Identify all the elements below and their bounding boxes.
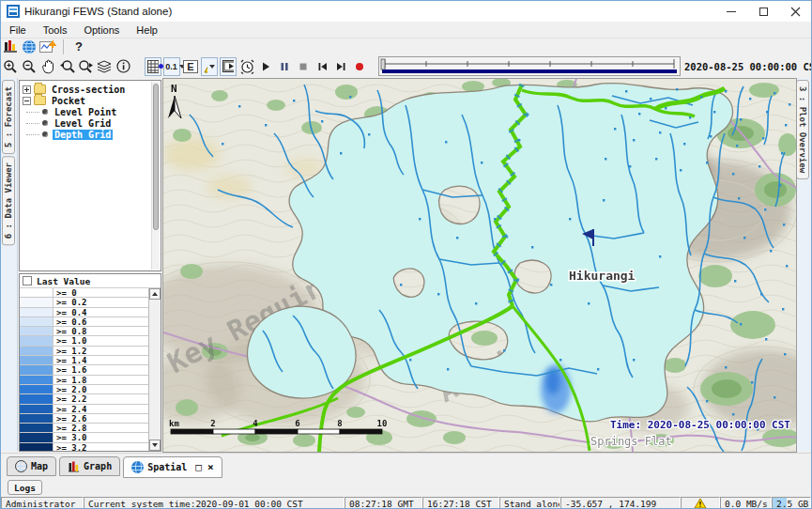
legend-row[interactable]: >= 2.0 <box>20 385 148 394</box>
legend-swatch <box>20 433 54 441</box>
legend-row[interactable]: >= 3.0 <box>20 433 148 442</box>
tree-connector <box>26 112 39 113</box>
contour-interval-dropdown[interactable]: 0.1 <box>163 57 180 76</box>
tree-scrollbar-thumb[interactable] <box>153 84 159 230</box>
pause-icon <box>279 61 290 72</box>
animation-dialog-button[interactable] <box>220 57 237 76</box>
legend-row-label: >= 2.0 <box>54 385 148 393</box>
collapse-icon[interactable] <box>23 97 31 105</box>
legend-row[interactable]: >= 2.8 <box>20 424 148 433</box>
close-button[interactable] <box>779 1 811 22</box>
timeseries-dialog-button[interactable] <box>39 38 56 56</box>
tree-node-label[interactable]: Pocket <box>50 96 87 106</box>
menu-tools[interactable]: Tools <box>35 24 76 36</box>
pan-button[interactable] <box>39 57 56 76</box>
map-display-button[interactable] <box>21 38 38 56</box>
help-button[interactable]: ? <box>70 38 87 56</box>
tree-node-label-selected[interactable]: Depth Grid <box>53 130 113 140</box>
scroll-up-button[interactable] <box>149 288 161 300</box>
play-button[interactable] <box>257 57 274 76</box>
legend-row[interactable]: >= 3.2 <box>20 443 148 451</box>
zoom-in-button[interactable] <box>2 57 19 76</box>
tab-forecast[interactable]: 5 : Forecast <box>2 80 15 154</box>
tree-node-pocket[interactable]: Pocket <box>23 95 161 106</box>
skip-end-icon <box>335 61 347 72</box>
time-settings-button[interactable] <box>238 57 255 76</box>
legend-row[interactable]: >= 1.6 <box>20 365 148 375</box>
stop-icon <box>298 61 309 72</box>
pause-button[interactable] <box>276 57 293 76</box>
legend-swatch <box>20 327 54 335</box>
stop-button[interactable] <box>295 57 312 76</box>
legend-row-label: >= 1.0 <box>54 336 148 345</box>
menu-help[interactable]: Help <box>128 24 166 36</box>
status-memory-usage: 2.5 GB <box>772 497 811 509</box>
legend-row[interactable]: >= 0.2 <box>20 298 148 307</box>
tab-map[interactable]: Map <box>7 456 56 476</box>
record-button[interactable] <box>351 57 368 76</box>
restore-pane-icon[interactable]: □ <box>195 461 202 473</box>
legend-swatch <box>20 308 54 316</box>
layers-button[interactable] <box>96 57 113 76</box>
legend-row-label: >= 1.6 <box>54 365 148 374</box>
tree-scrollbar[interactable] <box>151 82 160 270</box>
zoom-next-button[interactable] <box>77 57 94 76</box>
tree-node-cross-section[interactable]: Cross-section <box>23 84 161 95</box>
legend-row[interactable]: >= 2.6 <box>20 414 148 424</box>
status-warning-cell[interactable] <box>681 497 720 509</box>
scroll-down-button[interactable] <box>149 440 161 451</box>
legend-swatch <box>20 356 54 364</box>
logs-button[interactable]: Logs <box>8 480 42 495</box>
time-slider[interactable] <box>378 56 681 76</box>
grid-icon <box>147 60 159 73</box>
maximize-button[interactable] <box>747 1 779 22</box>
tab-graph[interactable]: Graph <box>59 456 120 476</box>
scale-tick: 6 <box>295 419 299 428</box>
legend-row[interactable]: >= 2.2 <box>20 394 148 404</box>
legend-row[interactable]: >= 0.8 <box>20 327 148 336</box>
database-button[interactable] <box>2 38 19 56</box>
tree-node-label[interactable]: Level Point <box>53 107 118 117</box>
menu-bar: File Tools Options Help <box>1 22 811 39</box>
clock-icon <box>239 59 255 74</box>
skip-to-end-button[interactable] <box>332 57 349 76</box>
zoom-out-button[interactable] <box>21 57 38 76</box>
scale-tick: 8 <box>337 419 342 428</box>
tree-node-label[interactable]: Cross-section <box>50 85 127 95</box>
legend-row[interactable]: >= 1.4 <box>20 356 148 365</box>
tab-data-viewer[interactable]: 6 : Data Viewer <box>2 156 15 245</box>
legend-scrollbar[interactable] <box>148 288 161 451</box>
town-label: Hikurangi <box>569 269 636 283</box>
close-pane-icon[interactable]: × <box>207 461 214 473</box>
tree-node-level-grid[interactable]: Level Grid <box>23 117 161 129</box>
legend-row[interactable]: >= 0.4 <box>20 308 148 317</box>
legend-row[interactable]: >= 2.4 <box>20 405 148 414</box>
menu-options[interactable]: Options <box>75 24 128 36</box>
minimize-button[interactable] <box>715 1 747 22</box>
map-time-label: Time: 2020-08-25 00:00:00 CST <box>610 419 790 431</box>
legend-row[interactable]: >= 1.0 <box>20 336 148 346</box>
layer-tree: Cross-section Pocket Level Point Level G… <box>19 80 161 271</box>
element-label-button[interactable]: E <box>182 57 199 76</box>
tree-node-label[interactable]: Level Grid <box>53 118 113 129</box>
info-button[interactable] <box>115 57 131 76</box>
menu-file[interactable]: File <box>1 24 35 36</box>
skip-to-start-button[interactable] <box>314 57 330 76</box>
layer-bullet-icon <box>42 120 48 126</box>
map-canvas[interactable]: API Key Required API Key Required <box>163 79 797 453</box>
expand-icon[interactable] <box>23 85 31 94</box>
warnings-dropdown[interactable] <box>201 57 218 76</box>
tree-node-depth-grid[interactable]: Depth Grid <box>23 129 161 140</box>
legend-row[interactable]: >= 1.8 <box>20 376 148 385</box>
legend-row[interactable]: >= 0.6 <box>20 317 148 327</box>
legend-swatch <box>20 443 54 451</box>
legend-row[interactable]: >= 1.2 <box>20 347 148 356</box>
last-value-checkbox[interactable] <box>23 276 32 285</box>
tree-node-level-point[interactable]: Level Point <box>23 106 161 117</box>
spatial-map-view[interactable]: API Key Required API Key Required <box>162 78 797 453</box>
legend-row[interactable]: >= 0 <box>20 288 148 298</box>
tab-plot-overview[interactable]: 3 : Plot Overview <box>796 80 809 179</box>
zoom-previous-button[interactable] <box>58 57 75 76</box>
legend-swatch <box>20 414 54 423</box>
tab-spatial[interactable]: Spatial □ × <box>123 456 222 478</box>
